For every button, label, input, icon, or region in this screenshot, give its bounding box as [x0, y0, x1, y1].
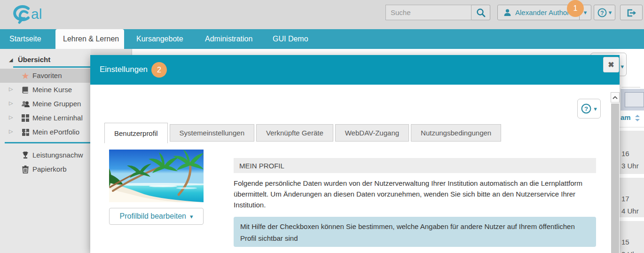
nav-item-lehren-lernen[interactable]: Lehren & Lernen — [55, 29, 124, 49]
edit-profile-image-label: Profilbild bearbeiten — [120, 212, 186, 221]
profile-image — [109, 150, 204, 202]
modal-header: Einstellungen 2 — [90, 55, 620, 85]
sidebar-item-label: Meine Kurse — [32, 86, 72, 94]
chevron-down-icon: ▾ — [584, 9, 587, 16]
tree-collapsed-icon[interactable]: ▷ — [9, 128, 13, 134]
scrollbar-thumb[interactable] — [611, 103, 619, 253]
sidebar-divider — [5, 142, 91, 143]
search-input[interactable] — [385, 5, 471, 20]
help-button[interactable]: ? ▾ — [594, 5, 615, 20]
tab-webdav-zugang[interactable]: WebDAV-Zugang — [335, 124, 409, 142]
tree-expanded-icon: ◢ — [9, 57, 13, 63]
background-thumbnail-inner — [625, 92, 644, 107]
sidebar-section-uebersicht[interactable]: ◢ Übersicht — [0, 55, 91, 66]
row-time-fragment: 4 Uhr — [621, 207, 639, 215]
search-button[interactable] — [471, 5, 490, 20]
nav-item-kursangebote[interactable]: Kursangebote — [136, 29, 183, 49]
nav-item-gui-demo[interactable]: GUI Demo — [273, 29, 308, 49]
sidebar-item-label: Mein ePortfolio — [32, 128, 79, 136]
sidebar-item-mein-eportfolio[interactable]: ▷ Mein ePortfolio — [0, 125, 91, 139]
background-divider — [621, 87, 640, 87]
settings-tabs: Benutzerprofil Systemeinstellungen Verkn… — [104, 123, 503, 143]
profile-intro-text: Folgende persönliche Daten wurden von de… — [234, 178, 596, 210]
sidebar-divider — [13, 66, 91, 68]
close-button[interactable]: ✖ — [603, 57, 619, 72]
modal-help-button[interactable]: ? ▾ — [577, 99, 601, 119]
table-row[interactable]: 17 4 Uhr — [620, 178, 644, 217]
nav-item-administration[interactable]: Administration — [205, 29, 252, 49]
row-date-fragment: 17 — [621, 195, 629, 203]
tree-collapsed-icon[interactable]: ▷ — [9, 114, 13, 120]
sidebar-item-leistungsnachweise[interactable]: Leistungsnachw — [0, 148, 91, 162]
help-icon: ? — [581, 103, 591, 114]
trophy-icon — [21, 150, 30, 160]
sidebar-item-label: Favoriten — [32, 71, 62, 79]
table-row[interactable]: 16 3 Uhr — [620, 131, 644, 174]
sidebar-item-favoriten[interactable]: ★ Favoriten — [0, 69, 91, 83]
background-divider — [620, 127, 644, 127]
sort-icon — [635, 114, 640, 122]
tab-systemeinstellungen[interactable]: Systemeinstellungen — [170, 124, 254, 142]
opal-logo-icon: al — [8, 3, 50, 25]
svg-text:?: ? — [584, 105, 588, 112]
sidebar-item-meine-lerninhalte[interactable]: ▷ Meine Lerninhal — [0, 111, 91, 125]
background-toolbar-fragment — [91, 49, 132, 55]
tab-verknuepfte-geraete[interactable]: Verknüpfte Geräte — [256, 124, 333, 142]
grid-icon — [21, 113, 30, 123]
row-date-fragment: 16 — [621, 150, 629, 158]
tab-nutzungsbedingungen[interactable]: Nutzungsbedingungen — [411, 124, 501, 142]
nav-item-startseite[interactable]: Startseite — [9, 29, 41, 49]
step-badge: 2 — [151, 62, 167, 78]
puzzle-icon — [21, 127, 30, 137]
background-column-header[interactable]: am — [620, 113, 644, 123]
main-navigation: Startseite Lehren & Lernen Kursangebote … — [0, 29, 644, 49]
svg-text:al: al — [31, 6, 42, 22]
trash-icon — [21, 165, 30, 174]
scroll-up-button[interactable] — [611, 92, 620, 103]
chevron-up-icon — [613, 96, 618, 99]
chevron-down-icon: ▾ — [594, 106, 597, 112]
chevron-down-icon: ▾ — [620, 63, 624, 70]
user-name: Alexander Author — [515, 8, 569, 16]
modal-title: Einstellungen — [100, 65, 148, 74]
section-title-label: MEIN PROFIL — [239, 162, 284, 170]
chevron-down-icon: ▾ — [609, 9, 612, 16]
user-icon — [503, 8, 511, 16]
info-box: Mit Hilfe der Checkboxen können Sie best… — [234, 217, 596, 247]
row-time-fragment: 3 Uhr — [621, 250, 639, 253]
sidebar: ◢ Übersicht ★ Favoriten ▷ Meine Kurse ▷ — [0, 49, 91, 253]
modal-scrollbar — [611, 92, 620, 253]
sidebar-item-label: Papierkorb — [32, 165, 67, 173]
table-row[interactable]: 15 3 Uhr — [620, 221, 644, 253]
close-icon: ✖ — [608, 60, 614, 69]
sidebar-item-label: Meine Lerninhal — [32, 114, 83, 122]
background-thumbnail-fragment — [620, 89, 644, 111]
opal-app: al Alexander Author ▾ ? ▾ — [0, 0, 644, 253]
sidebar-item-label: Meine Gruppen — [32, 100, 81, 108]
chevron-down-icon: ▾ — [190, 213, 193, 220]
tab-benutzerprofil[interactable]: Benutzerprofil — [104, 123, 168, 143]
star-icon: ★ — [21, 71, 30, 80]
sidebar-section-label: Übersicht — [18, 55, 50, 63]
sidebar-item-label: Leistungsnachw — [32, 151, 83, 159]
einstellungen-modal: Einstellungen 2 ✖ ? ▾ Benutzerprofil Sys… — [90, 55, 620, 253]
tree-collapsed-icon[interactable]: ▷ — [9, 86, 13, 92]
logout-icon — [626, 7, 637, 18]
search-icon — [476, 8, 486, 17]
topbar: al Alexander Author ▾ ? ▾ — [0, 0, 644, 29]
row-date-fragment: 15 — [621, 238, 629, 246]
svg-text:?: ? — [600, 9, 604, 16]
notification-badge[interactable]: 1 — [567, 0, 584, 17]
help-icon: ? — [597, 8, 607, 17]
section-title: MEIN PROFIL — [234, 158, 596, 173]
sidebar-item-meine-gruppen[interactable]: ▷ Meine Gruppen — [0, 97, 91, 111]
tree-collapsed-icon[interactable]: ▷ — [9, 100, 13, 106]
logout-button[interactable] — [620, 5, 643, 20]
row-time-fragment: 3 Uhr — [621, 162, 639, 170]
sidebar-item-meine-kurse[interactable]: ▷ Meine Kurse — [0, 83, 91, 97]
group-icon — [21, 99, 30, 109]
sidebar-item-papierkorb[interactable]: Papierkorb — [0, 162, 91, 176]
edit-profile-image-button[interactable]: Profilbild bearbeiten ▾ — [109, 208, 204, 225]
book-icon — [21, 85, 30, 95]
opal-logo[interactable]: al — [8, 3, 50, 27]
